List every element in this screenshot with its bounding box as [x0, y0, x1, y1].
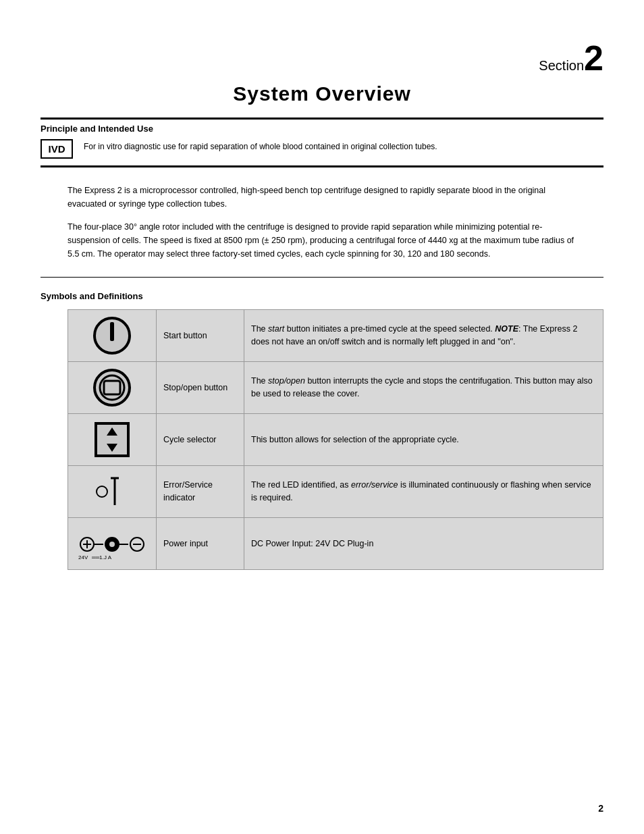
error-indicator-label: Error/Service indicator — [157, 466, 244, 518]
stop-button-label: Stop/open button — [157, 362, 244, 414]
section-label: Section — [539, 58, 584, 73]
body-paragraph-1: The Express 2 is a microprocessor contro… — [68, 184, 576, 211]
start-button-label: Start button — [157, 310, 244, 362]
start-icon — [75, 315, 149, 356]
principle-section: Principle and Intended Use IVD For in vi… — [41, 124, 603, 159]
principle-heading: Principle and Intended Use — [41, 124, 603, 134]
principle-bottom-rule — [41, 165, 603, 167]
body-text: The Express 2 is a microprocessor contro… — [68, 184, 576, 261]
principle-body: IVD For in vitro diagnostic use for rapi… — [41, 139, 603, 159]
power-icon: 24V ══1.J A — [75, 523, 149, 564]
table-row: Stop/open button The stop/open button in… — [68, 362, 603, 414]
power-input-desc: DC Power Input: 24V DC Plug-in — [244, 518, 603, 570]
symbol-cell-cycle — [68, 414, 157, 466]
principle-description: For in vitro diagnostic use for rapid se… — [84, 139, 437, 153]
stop-button-desc: The stop/open button interrupts the cycl… — [244, 362, 603, 414]
ivd-box: IVD — [41, 139, 73, 159]
table-row: Start button The start button initiates … — [68, 310, 603, 362]
error-icon — [75, 471, 149, 512]
start-button-desc: The start button initiates a pre-timed c… — [244, 310, 603, 362]
table-row: 24V ══1.J A Power input DC Power Input: … — [68, 518, 603, 570]
svg-text:══1.J A: ══1.J A — [91, 554, 112, 561]
symbols-heading: Symbols and Definitions — [41, 291, 603, 301]
body-paragraph-2: The four-place 30° angle rotor included … — [68, 220, 576, 261]
svg-text:24V: 24V — [78, 554, 88, 561]
table-row: Error/Service indicator The red LED iden… — [68, 466, 603, 518]
symbol-cell-stop — [68, 362, 157, 414]
symbols-top-rule — [41, 277, 603, 278]
section-header: Section2 — [41, 41, 603, 76]
error-indicator-desc: The red LED identified, as error/service… — [244, 466, 603, 518]
symbol-cell-power: 24V ══1.J A — [68, 518, 157, 570]
symbol-cell-start — [68, 310, 157, 362]
section-number: 2 — [584, 38, 603, 78]
svg-rect-4 — [104, 381, 120, 394]
page-title: System Overview — [41, 82, 603, 105]
symbols-table: Start button The start button initiates … — [68, 309, 603, 570]
cycle-selector-label: Cycle selector — [157, 414, 244, 466]
cycle-selector-desc: This button allows for selection of the … — [244, 414, 603, 466]
symbol-cell-error — [68, 466, 157, 518]
svg-rect-1 — [110, 322, 114, 341]
table-row: Cycle selector This button allows for se… — [68, 414, 603, 466]
page-number: 2 — [598, 803, 603, 814]
svg-point-8 — [97, 486, 107, 497]
stop-icon — [75, 367, 149, 408]
symbols-section: Symbols and Definitions Start button The… — [41, 291, 603, 570]
cycle-icon — [75, 419, 149, 460]
power-input-label: Power input — [157, 518, 244, 570]
svg-point-16 — [109, 542, 115, 547]
top-rule — [41, 118, 603, 120]
